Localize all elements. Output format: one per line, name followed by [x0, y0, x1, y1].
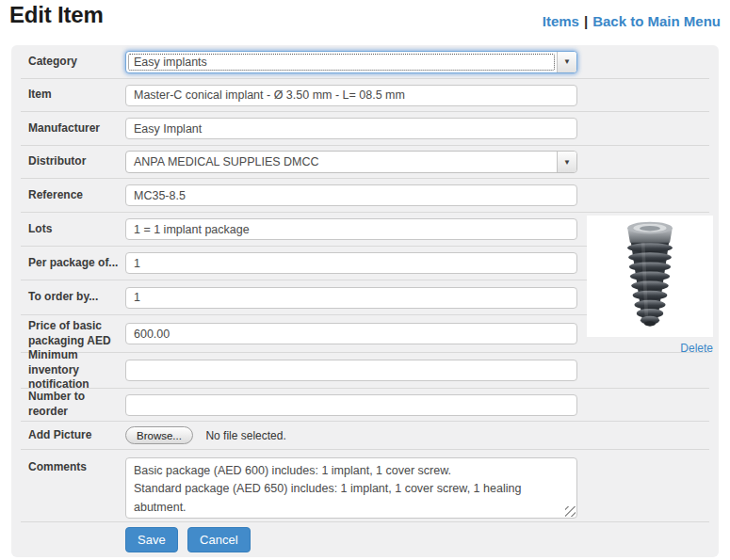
form-row-reorder: Number to reorder	[21, 389, 709, 422]
nav-separator: |	[584, 13, 588, 29]
form-row-buttons: Save Cancel	[21, 522, 709, 557]
item-picture-panel: Delete	[587, 216, 713, 355]
distributor-label: Distributor	[21, 154, 125, 169]
dental-implant-image	[607, 219, 693, 333]
reorder-label: Number to reorder	[21, 390, 125, 419]
distributor-selected-value: ANPA MEDICAL SUPPLIES DMCC	[134, 155, 319, 168]
chevron-down-icon: ▼	[557, 152, 576, 172]
lots-label: Lots	[21, 222, 125, 237]
form-row-reference: Reference	[21, 179, 709, 213]
nav-link-back-to-main-menu[interactable]: Back to Main Menu	[592, 13, 721, 29]
comments-textarea[interactable]: Basic package (AED 600) includes: 1 impl…	[125, 457, 577, 519]
comments-textarea-wrap: Basic package (AED 600) includes: 1 impl…	[125, 457, 577, 519]
reference-label: Reference	[21, 188, 125, 203]
price-label: Price of basic packaging AED	[21, 319, 125, 348]
cancel-button[interactable]: Cancel	[187, 527, 250, 552]
category-selected-value: Easy implants	[134, 56, 207, 69]
manufacturer-input[interactable]	[125, 118, 577, 139]
reorder-input[interactable]	[125, 394, 577, 416]
item-label: Item	[21, 88, 125, 103]
manufacturer-label: Manufacturer	[21, 121, 125, 136]
save-button[interactable]: Save	[125, 527, 178, 552]
comments-label: Comments	[21, 460, 125, 475]
file-status-text: No file selected.	[205, 429, 285, 442]
category-select[interactable]: Easy implants ▼	[125, 51, 577, 73]
delete-picture-link[interactable]: Delete	[587, 342, 713, 355]
category-label: Category	[21, 55, 125, 70]
reference-input[interactable]	[125, 184, 577, 206]
price-input[interactable]	[125, 323, 577, 344]
browse-button[interactable]: Browse...	[125, 426, 193, 444]
page-title: Edit Item	[9, 2, 104, 28]
order-by-label: To order by...	[21, 290, 125, 305]
add-picture-label: Add Picture	[21, 428, 125, 443]
min-inventory-label: Minimum inventory notification	[21, 348, 125, 392]
form-row-item: Item	[21, 79, 709, 112]
nav-link-items[interactable]: Items	[543, 13, 579, 29]
form-row-comments: Comments Basic package (AED 600) include…	[21, 450, 709, 522]
form-row-add-picture: Add Picture Browse... No file selected.	[21, 422, 709, 450]
edit-item-form-panel: Category Easy implants ▼ Item Manufactur…	[11, 45, 719, 557]
form-row-distributor: Distributor ANPA MEDICAL SUPPLIES DMCC ▼	[21, 146, 709, 179]
top-nav: Items|Back to Main Menu	[543, 13, 721, 29]
form-row-category: Category Easy implants ▼	[21, 45, 709, 79]
order-by-input[interactable]	[125, 287, 577, 309]
form-row-manufacturer: Manufacturer	[21, 112, 709, 146]
distributor-select[interactable]: ANPA MEDICAL SUPPLIES DMCC ▼	[125, 151, 577, 173]
item-picture	[587, 216, 713, 337]
per-package-label: Per package of...	[21, 256, 125, 271]
lots-input[interactable]	[125, 218, 577, 240]
per-package-input[interactable]	[125, 252, 577, 274]
item-input[interactable]	[125, 85, 577, 106]
min-inventory-input[interactable]	[125, 360, 577, 381]
chevron-down-icon: ▼	[557, 52, 576, 72]
form-row-min-inventory: Minimum inventory notification	[21, 353, 709, 389]
